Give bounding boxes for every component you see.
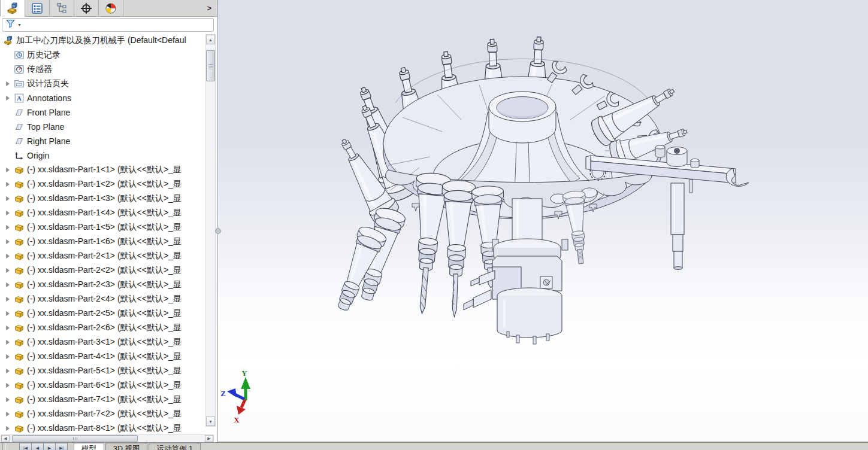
horizontal-scroll-thumb[interactable] [12,435,138,442]
binder-icon [13,78,25,90]
svg-text:A: A [17,95,22,102]
expand-arrow-icon[interactable] [6,168,10,172]
expand-arrow-icon[interactable] [6,211,10,215]
tree-filter-bar[interactable]: ▼ [2,18,214,32]
part-icon [13,165,25,176]
expand-arrow-icon[interactable] [6,254,10,259]
step-back-button[interactable]: ◀ [32,443,44,450]
tree-item[interactable]: (-) xx.sldasm-Part-7<1> (默认<<默认>_显 [0,393,217,407]
scroll-down-button[interactable]: ▼ [206,416,215,426]
output-shafts[interactable] [464,270,495,310]
vertical-scroll-thumb[interactable] [206,50,215,81]
filter-caret-icon[interactable]: ▼ [17,23,22,27]
scroll-up-button[interactable]: ▲ [206,35,215,44]
part-icon [13,409,25,420]
part-icon [13,236,25,248]
part-icon [13,265,25,276]
part-icon [13,366,25,377]
tree-item[interactable]: 加工中心刀库以及换刀机械手 (Default<Defaul [0,34,217,48]
expand-arrow-icon[interactable] [6,282,10,287]
fm-tab-featuremanager-design-tree[interactable] [0,0,25,17]
origin-icon [13,150,25,162]
part-icon [13,193,25,205]
expand-arrow-icon[interactable] [6,426,10,431]
graphics-viewport[interactable]: Y Z X [218,0,868,442]
history-icon [13,50,25,61]
motion-tab[interactable]: 3D 视图 [105,443,147,450]
model-canvas[interactable]: Y Z X [218,0,868,442]
expand-arrow-icon[interactable] [6,397,10,402]
tree-item[interactable]: (-) xx.sldasm-Part-2<2> (默认<<默认>_显 [0,263,217,278]
expand-arrow-icon[interactable] [6,311,10,316]
y-axis-label: Y [241,369,247,378]
motion-tab[interactable]: 运动算例 1 [149,443,200,450]
tree-item[interactable]: (-) xx.sldasm-Part-1<4> (默认<<默认>_显 [0,206,217,220]
tree-item[interactable]: (-) xx.sldasm-Part-1<5> (默认<<默认>_显 [0,220,217,235]
tree-item[interactable]: 历史记录 [0,48,217,62]
tree-item[interactable]: (-) xx.sldasm-Part-1<1> (默认<<默认>_显 [0,163,217,177]
filter-funnel-icon[interactable] [5,19,16,31]
fm-tab-dimxpertmanager[interactable] [74,0,99,16]
expand-arrow-icon[interactable] [6,268,10,273]
featuretree-icon [7,2,19,14]
tree-vertical-scrollbar[interactable]: ▲ ▼ [205,34,216,427]
part-icon [13,251,25,262]
part-icon [13,337,25,348]
arm-gripper[interactable] [726,168,749,186]
expand-arrow-icon[interactable] [6,96,10,101]
expand-arrow-icon[interactable] [6,412,10,416]
expand-arrow-icon[interactable] [6,326,10,330]
expand-arrow-icon[interactable] [6,340,10,345]
tree-item[interactable]: (-) xx.sldasm-Part-4<1> (默认<<默认>_显 [0,349,217,364]
fm-tab-displaymanager[interactable] [99,0,123,16]
tool-holder[interactable] [329,205,407,315]
tree-item[interactable]: (-) xx.sldasm-Part-6<1> (默认<<默认>_显 [0,378,217,393]
expand-arrow-icon[interactable] [6,225,10,230]
tree-item[interactable]: (-) xx.sldasm-Part-8<1> (默认<<默认>_显 [0,421,217,433]
feature-tree: 加工中心刀库以及换刀机械手 (Default<Defaul 历史记录 传感器 设… [0,34,217,433]
tree-item[interactable]: A Annotations [0,91,217,105]
tree-item[interactable]: (-) xx.sldasm-Part-3<1> (默认<<默认>_显 [0,335,217,349]
tree-item[interactable]: (-) xx.sldasm-Part-2<5> (默认<<默认>_显 [0,306,217,321]
tree-item[interactable]: (-) xx.sldasm-Part-2<3> (默认<<默认>_显 [0,278,217,292]
jump-to-start-button[interactable]: |◀ [20,443,32,450]
expand-arrow-icon[interactable] [6,297,10,302]
play-forward-button[interactable]: ▶ [44,443,56,450]
tree-item[interactable]: 设计活页夹 [0,77,217,91]
expand-arrow-icon[interactable] [6,369,10,373]
featuremanager-tabbar: > [0,0,217,17]
tree-item[interactable]: Top Plane [0,120,217,134]
tabbar-overflow-chevron[interactable]: > [207,4,217,13]
arm-drive-shaft[interactable] [671,183,684,270]
expand-arrow-icon[interactable] [6,81,10,86]
jump-to-end-button[interactable]: ▶| [56,443,67,450]
tree-item[interactable]: (-) xx.sldasm-Part-1<6> (默认<<默认>_显 [0,235,217,249]
tree-item[interactable]: 传感器 [0,62,217,77]
expand-arrow-icon[interactable] [6,383,10,388]
fm-tab-configurationmanager[interactable] [50,0,74,16]
tool-change-arm[interactable] [586,145,749,270]
plane-icon [13,136,25,147]
part-icon [13,351,25,363]
tree-item[interactable]: (-) xx.sldasm-Part-5<1> (默认<<默认>_显 [0,364,217,378]
expand-arrow-icon[interactable] [6,354,10,359]
scroll-right-button[interactable]: ▶ [205,435,213,442]
tree-item[interactable]: Origin [0,148,217,163]
tree-item[interactable]: (-) xx.sldasm-Part-2<4> (默认<<默认>_显 [0,292,217,306]
scroll-left-button[interactable]: ◀ [1,435,10,442]
fm-tab-propertymanager[interactable] [25,0,50,16]
expand-arrow-icon[interactable] [6,239,10,244]
tree-item[interactable]: (-) xx.sldasm-Part-7<2> (默认<<默认>_显 [0,407,217,421]
tree-item[interactable]: (-) xx.sldasm-Part-1<3> (默认<<默认>_显 [0,191,217,206]
tree-item[interactable]: Right Plane [0,134,217,148]
expand-arrow-icon[interactable] [6,182,10,187]
panel-splitter-handle[interactable] [215,228,221,234]
tree-horizontal-scrollbar[interactable]: ◀ ▶ [1,434,214,443]
motionbar-grip[interactable] [2,443,6,450]
tree-item[interactable]: (-) xx.sldasm-Part-1<2> (默认<<默认>_显 [0,177,217,191]
expand-arrow-icon[interactable] [6,196,10,201]
tree-item[interactable]: (-) xx.sldasm-Part-2<6> (默认<<默认>_显 [0,321,217,335]
tree-item[interactable]: (-) xx.sldasm-Part-2<1> (默认<<默认>_显 [0,249,217,263]
tree-item[interactable]: Front Plane [0,105,217,120]
motion-tab[interactable]: 模型 [74,443,104,450]
